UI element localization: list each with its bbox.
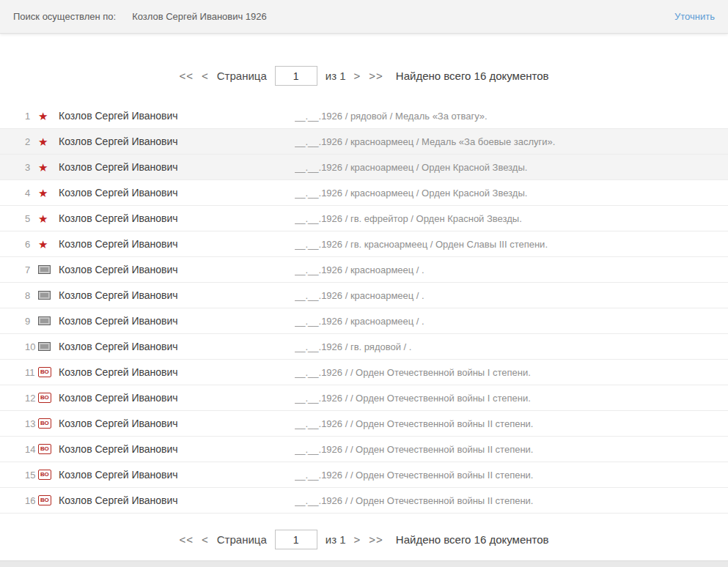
patriotic-war-order-icon: ВО xyxy=(38,367,51,377)
record-details: __.__.1926 / гв. красноармеец / Орден Сл… xyxy=(295,239,728,250)
record-details: __.__.1926 / гв. рядовой / . xyxy=(295,341,728,352)
row-number: 13 xyxy=(0,418,38,429)
record-details: __.__.1926 / красноармеец / Орден Красно… xyxy=(295,188,728,199)
prev-page-button[interactable]: < xyxy=(202,533,209,546)
prev-page-button[interactable]: < xyxy=(202,70,209,82)
page-of-label: из 1 xyxy=(326,70,346,82)
record-details: __.__.1926 / красноармеец / . xyxy=(295,264,728,275)
next-page-button[interactable]: > xyxy=(354,533,361,546)
result-row[interactable]: 16 ВО Козлов Сергей Иванович __.__.1926 … xyxy=(0,488,728,514)
row-number: 9 xyxy=(0,316,38,327)
refine-search-link[interactable]: Уточнить xyxy=(674,11,715,22)
medal-star-icon: ★ xyxy=(38,162,48,173)
patriotic-war-order-icon: ВО xyxy=(38,444,51,454)
pagination-bottom: << < Страница из 1 > >> Найдено всего 16… xyxy=(0,530,728,549)
person-name-link[interactable]: Козлов Сергей Иванович xyxy=(59,392,295,404)
search-performed-label: Поиск осуществлен по: xyxy=(13,11,116,22)
results-list: 1 ★ Козлов Сергей Иванович __.__.1926 / … xyxy=(0,103,728,514)
person-name-link[interactable]: Козлов Сергей Иванович xyxy=(59,212,295,224)
record-details: __.__.1926 / / Орден Отечественной войны… xyxy=(295,418,728,429)
result-row[interactable]: 14 ВО Козлов Сергей Иванович __.__.1926 … xyxy=(0,437,728,462)
record-details: __.__.1926 / рядовой / Медаль «За отвагу… xyxy=(295,111,728,122)
result-row[interactable]: 8 Козлов Сергей Иванович __.__.1926 / кр… xyxy=(0,283,728,308)
person-name-link[interactable]: Козлов Сергей Иванович xyxy=(59,238,295,250)
row-number: 8 xyxy=(0,290,38,301)
person-name-link[interactable]: Козлов Сергей Иванович xyxy=(59,418,295,429)
results-count: Найдено всего 16 документов xyxy=(396,533,549,546)
row-number: 6 xyxy=(0,239,38,250)
patriotic-war-order-icon: ВО xyxy=(38,393,51,403)
record-details: __.__.1926 / красноармеец / Орден Красно… xyxy=(295,162,728,173)
medal-star-icon: ★ xyxy=(38,136,48,147)
page-number-input[interactable] xyxy=(275,530,317,549)
person-name-link[interactable]: Козлов Сергей Иванович xyxy=(59,341,295,352)
page-of-label: из 1 xyxy=(326,533,346,546)
patriotic-war-order-icon: ВО xyxy=(38,495,51,505)
result-row[interactable]: 7 Козлов Сергей Иванович __.__.1926 / кр… xyxy=(0,257,728,283)
row-number: 3 xyxy=(0,162,38,173)
result-row[interactable]: 2 ★ Козлов Сергей Иванович __.__.1926 / … xyxy=(0,129,728,155)
document-card-icon xyxy=(38,316,51,325)
result-row[interactable]: 1 ★ Козлов Сергей Иванович __.__.1926 / … xyxy=(0,103,728,129)
medal-star-icon: ★ xyxy=(38,188,48,199)
person-name-link[interactable]: Козлов Сергей Иванович xyxy=(59,494,295,506)
document-card-icon xyxy=(38,265,51,274)
person-name-link[interactable]: Козлов Сергей Иванович xyxy=(59,110,295,122)
person-name-link[interactable]: Козлов Сергей Иванович xyxy=(59,315,295,327)
next-page-button[interactable]: > xyxy=(354,70,361,82)
row-number: 12 xyxy=(0,393,38,404)
record-details: __.__.1926 / / Орден Отечественной войны… xyxy=(295,393,728,404)
page-label: Страница xyxy=(217,70,267,82)
row-number: 1 xyxy=(0,111,38,122)
result-row[interactable]: 6 ★ Козлов Сергей Иванович __.__.1926 / … xyxy=(0,231,728,257)
record-details: __.__.1926 / красноармеец / . xyxy=(295,290,728,301)
medal-star-icon: ★ xyxy=(38,213,48,224)
result-row[interactable]: 12 ВО Козлов Сергей Иванович __.__.1926 … xyxy=(0,385,728,411)
patriotic-war-order-icon: ВО xyxy=(38,418,51,429)
patriotic-war-order-icon: ВО xyxy=(38,470,51,480)
result-row[interactable]: 13 ВО Козлов Сергей Иванович __.__.1926 … xyxy=(0,411,728,437)
person-name-link[interactable]: Козлов Сергей Иванович xyxy=(59,264,295,275)
footer-strip xyxy=(0,560,728,567)
row-number: 7 xyxy=(0,264,38,275)
search-query-text: Козлов Сергей Иванович 1926 xyxy=(132,11,267,22)
record-details: __.__.1926 / / Орден Отечественной войны… xyxy=(295,444,728,455)
first-page-button[interactable]: << xyxy=(179,70,194,82)
search-bar: Поиск осуществлен по: Козлов Сергей Иван… xyxy=(0,0,728,34)
results-count: Найдено всего 16 документов xyxy=(396,70,549,82)
document-card-icon xyxy=(38,291,51,300)
person-name-link[interactable]: Козлов Сергей Иванович xyxy=(59,289,295,301)
row-number: 2 xyxy=(0,136,38,147)
row-number: 11 xyxy=(0,367,38,378)
row-number: 4 xyxy=(0,188,38,199)
result-row[interactable]: 11 ВО Козлов Сергей Иванович __.__.1926 … xyxy=(0,360,728,385)
person-name-link[interactable]: Козлов Сергей Иванович xyxy=(59,366,295,378)
row-number: 10 xyxy=(0,341,38,352)
last-page-button[interactable]: >> xyxy=(369,533,383,546)
person-name-link[interactable]: Козлов Сергей Иванович xyxy=(59,161,295,173)
person-name-link[interactable]: Козлов Сергей Иванович xyxy=(59,443,295,455)
pagination-top: << < Страница из 1 > >> Найдено всего 16… xyxy=(0,66,728,86)
result-row[interactable]: 10 Козлов Сергей Иванович __.__.1926 / г… xyxy=(0,334,728,360)
result-row[interactable]: 9 Козлов Сергей Иванович __.__.1926 / кр… xyxy=(0,308,728,334)
medal-star-icon: ★ xyxy=(38,239,48,250)
result-row[interactable]: 4 ★ Козлов Сергей Иванович __.__.1926 / … xyxy=(0,180,728,206)
first-page-button[interactable]: << xyxy=(179,533,194,546)
last-page-button[interactable]: >> xyxy=(369,70,383,82)
record-details: __.__.1926 / / Орден Отечественной войны… xyxy=(295,495,728,506)
row-number: 16 xyxy=(0,495,38,506)
row-number: 5 xyxy=(0,213,38,224)
record-details: __.__.1926 / / Орден Отечественной войны… xyxy=(295,470,728,481)
person-name-link[interactable]: Козлов Сергей Иванович xyxy=(59,469,295,481)
record-details: __.__.1926 / гв. ефрейтор / Орден Красно… xyxy=(295,213,728,224)
page-number-input[interactable] xyxy=(275,66,317,86)
person-name-link[interactable]: Козлов Сергей Иванович xyxy=(59,136,295,147)
result-row[interactable]: 5 ★ Козлов Сергей Иванович __.__.1926 / … xyxy=(0,206,728,231)
record-details: __.__.1926 / / Орден Отечественной войны… xyxy=(295,367,728,378)
result-row[interactable]: 15 ВО Козлов Сергей Иванович __.__.1926 … xyxy=(0,462,728,488)
row-number: 15 xyxy=(0,470,38,481)
medal-star-icon: ★ xyxy=(38,111,48,122)
record-details: __.__.1926 / красноармеец / Медаль «За б… xyxy=(295,136,728,147)
result-row[interactable]: 3 ★ Козлов Сергей Иванович __.__.1926 / … xyxy=(0,155,728,180)
person-name-link[interactable]: Козлов Сергей Иванович xyxy=(59,187,295,199)
